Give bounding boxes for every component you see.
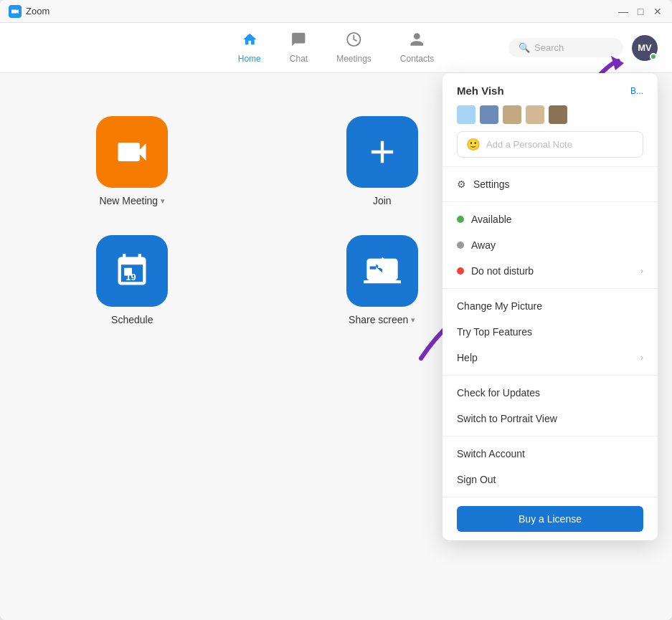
share-screen-chevron: ▾ <box>411 315 415 325</box>
search-box[interactable]: 🔍 Search <box>508 38 623 57</box>
home-icon <box>242 32 257 51</box>
zoom-logo-icon <box>9 5 22 18</box>
tab-meetings[interactable]: Meetings <box>322 26 386 70</box>
check-updates-item[interactable]: Check for Updates <box>443 380 658 406</box>
swatch-5[interactable] <box>549 105 567 124</box>
schedule-icon-wrap: 19 <box>96 235 168 307</box>
settings-item[interactable]: ⚙ Settings <box>443 171 658 197</box>
new-meeting-icon-wrap <box>96 116 168 188</box>
tab-meetings-label: Meetings <box>336 54 372 64</box>
help-label: Help <box>457 352 478 363</box>
tab-chat-label: Chat <box>290 54 308 64</box>
app-window: Zoom — □ ✕ Home <box>0 0 672 620</box>
dropdown-footer: Buy a License <box>443 497 658 540</box>
minimize-button[interactable]: — <box>617 6 629 17</box>
sign-out-item[interactable]: Sign Out <box>443 467 658 492</box>
change-picture-label: Change My Picture <box>457 300 542 312</box>
color-swatches <box>457 105 643 124</box>
available-dot <box>457 216 464 223</box>
note-emoji-icon: 🙂 <box>466 138 481 151</box>
gear-icon: ⚙ <box>457 178 466 190</box>
nav-tabs: Home Chat Meetings <box>224 26 448 70</box>
search-icon: 🔍 <box>519 42 530 53</box>
title-bar: Zoom — □ ✕ <box>0 0 672 23</box>
dropdown-header: Meh Vish B... 🙂 Add a Personal Note <box>443 73 658 167</box>
meetings-icon <box>346 32 362 51</box>
app-title: Zoom <box>26 6 49 16</box>
nav-bar: Home Chat Meetings <box>0 23 672 73</box>
window-controls: — □ ✕ <box>617 6 663 17</box>
swatch-2[interactable] <box>480 105 498 124</box>
change-picture-item[interactable]: Change My Picture <box>443 293 658 319</box>
settings-section: ⚙ Settings <box>443 167 658 202</box>
share-screen-icon-wrap <box>346 235 418 307</box>
new-meeting-action[interactable]: New Meeting ▾ <box>29 116 236 206</box>
search-placeholder: Search <box>534 42 564 53</box>
try-features-item[interactable]: Try Top Features <box>443 319 658 345</box>
available-label: Available <box>471 214 512 225</box>
user-row: Meh Vish B... <box>457 85 643 97</box>
switch-account-label: Switch Account <box>457 448 525 459</box>
portrait-view-label: Switch to Portrait View <box>457 413 557 424</box>
action-grid: New Meeting ▾ Join <box>29 116 486 325</box>
away-item[interactable]: Away <box>443 232 658 258</box>
dnd-label: Do not disturb <box>471 265 534 277</box>
note-placeholder: Add a Personal Note <box>486 139 572 150</box>
tab-contacts[interactable]: Contacts <box>386 26 448 70</box>
tab-home-label: Home <box>238 54 261 64</box>
schedule-action[interactable]: 19 Schedule <box>29 235 236 325</box>
contacts-icon <box>410 32 425 51</box>
picture-section: Change My Picture Try Top Features Help … <box>443 289 658 376</box>
tab-home[interactable]: Home <box>224 26 275 70</box>
tab-contacts-label: Contacts <box>400 54 434 64</box>
avatar-initials: MV <box>638 42 652 53</box>
status-section: Available Away Do not disturb › <box>443 202 658 289</box>
check-updates-label: Check for Updates <box>457 387 540 399</box>
switch-account-item[interactable]: Switch Account <box>443 441 658 467</box>
tab-chat[interactable]: Chat <box>275 26 322 70</box>
new-meeting-label: New Meeting ▾ <box>99 195 165 206</box>
dropdown-username: Meh Vish <box>457 85 504 97</box>
account-section: Switch Account Sign Out <box>443 437 658 497</box>
away-dot <box>457 242 464 249</box>
left-panel: New Meeting ▾ Join <box>0 73 514 620</box>
share-screen-label: Share screen ▾ <box>349 314 415 325</box>
join-icon-wrap <box>346 116 418 188</box>
dnd-chevron-icon: › <box>640 266 643 276</box>
sign-out-label: Sign Out <box>457 474 496 485</box>
available-item[interactable]: Available <box>443 206 658 232</box>
avatar-status-dot <box>650 53 657 60</box>
nav-right: 🔍 Search MV <box>508 35 658 61</box>
svg-text:19: 19 <box>126 272 136 282</box>
dnd-dot <box>457 267 464 275</box>
close-button[interactable]: ✕ <box>652 6 663 17</box>
swatch-3[interactable] <box>503 105 521 124</box>
maximize-button[interactable]: □ <box>635 6 646 17</box>
portrait-view-item[interactable]: Switch to Portrait View <box>443 406 658 431</box>
schedule-label: Schedule <box>111 314 153 325</box>
help-chevron-icon: › <box>640 353 643 363</box>
join-label: Join <box>373 195 392 206</box>
settings-label: Settings <box>473 178 510 190</box>
update-section: Check for Updates Switch to Portrait Vie… <box>443 376 658 437</box>
swatch-4[interactable] <box>526 105 544 124</box>
new-meeting-chevron: ▾ <box>161 196 165 206</box>
title-bar-logo: Zoom <box>9 5 49 18</box>
away-label: Away <box>471 239 496 251</box>
dropdown-menu: Meh Vish B... 🙂 Add a Personal Note ⚙ Se… <box>443 73 658 540</box>
personal-note[interactable]: 🙂 Add a Personal Note <box>457 131 643 158</box>
try-features-label: Try Top Features <box>457 326 532 338</box>
swatch-1[interactable] <box>457 105 475 124</box>
chat-icon <box>290 32 306 51</box>
help-item[interactable]: Help › <box>443 345 658 371</box>
buy-license-button[interactable]: Buy a License <box>457 506 643 532</box>
avatar[interactable]: MV <box>632 35 658 61</box>
dropdown-badge: B... <box>630 86 643 96</box>
dnd-item[interactable]: Do not disturb › <box>443 258 658 284</box>
